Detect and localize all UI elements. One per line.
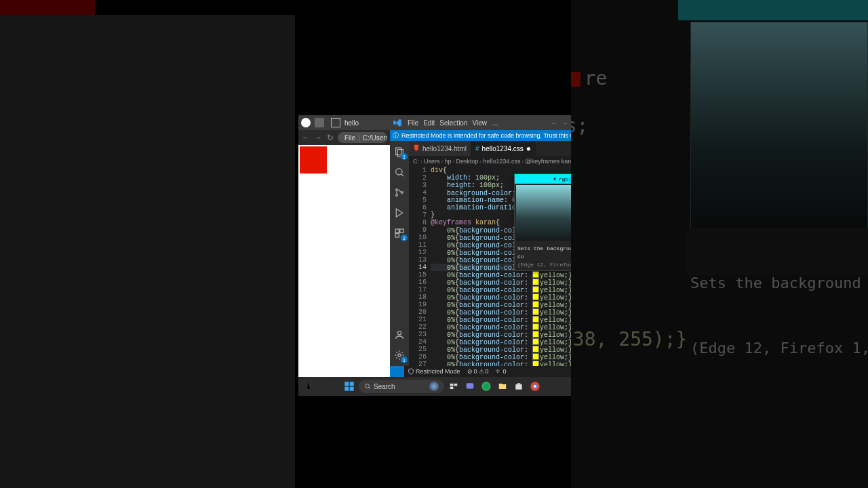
hover-tooltip: Sets the background co (Edge 12, Firefox… (515, 243, 571, 270)
menu-view[interactable]: View (473, 119, 488, 127)
url-text: C:/Users (363, 134, 387, 142)
color-picker-header[interactable]: rgb(0, 23 (515, 174, 571, 184)
edge-icon[interactable] (479, 380, 493, 393)
code-line[interactable]: 0%{background-color: yellow;} (431, 293, 571, 301)
svg-point-15 (366, 384, 370, 388)
chrome-icon[interactable] (528, 380, 542, 393)
windows-taskbar: 🌡 Search (298, 377, 571, 396)
title-nav: ← → (551, 119, 568, 127)
line-gutter: 1234567891011121314151617181920212223242… (409, 167, 431, 366)
profile-icon[interactable] (301, 118, 311, 127)
extensions-icon[interactable]: 2 (394, 228, 405, 239)
menu-bar: FileEditSelectionView… (408, 119, 498, 127)
breadcrumb-item[interactable]: hp (445, 158, 452, 165)
explorer-taskbar-icon[interactable] (496, 380, 509, 393)
explorer-badge: 1 (401, 153, 408, 160)
cortana-icon[interactable] (429, 382, 439, 391)
code-line[interactable]: 0%{background-color: yellow;} (431, 316, 571, 323)
explorer-icon[interactable]: 1 (394, 146, 405, 157)
bg-hint-bar: Sets the background co (Edge 12, Firefox… (686, 228, 868, 275)
breadcrumbs[interactable]: C: › Users › hp › Desktop › hello1234.cs… (409, 156, 571, 167)
chevron-right-icon: › (453, 158, 455, 165)
forward-button[interactable]: → (313, 133, 323, 142)
menu-selection[interactable]: Selection (439, 119, 467, 127)
remote-indicator[interactable] (390, 366, 404, 377)
ports-status[interactable]: ᯤ0 (492, 368, 510, 375)
code-line[interactable]: 0%{background-color: yellow;} (431, 301, 571, 308)
menu-…[interactable]: … (492, 119, 498, 127)
back-button[interactable]: ← (301, 133, 311, 142)
task-view-icon[interactable] (447, 380, 460, 393)
tab-label: hello1234.html (422, 145, 467, 152)
status-bar: Restricted Mode ⊘0 ⚠0 ᯤ0 (390, 366, 571, 377)
color-picker-gradient[interactable] (516, 185, 571, 241)
breadcrumb-item[interactable]: Desktop (456, 158, 479, 165)
start-button[interactable] (342, 380, 356, 393)
restricted-status[interactable]: Restricted Mode (404, 368, 464, 375)
editor[interactable]: 1234567891011121314151617181920212223242… (409, 167, 571, 366)
code-line[interactable]: 0%{background-color: yellow;} (431, 346, 571, 353)
search-icon (364, 383, 371, 390)
edge-viewport[interactable] (298, 145, 390, 377)
title-fwd[interactable]: → (561, 119, 568, 127)
desktop: hello ← → ↻ File | C:/Users FileEditSele… (298, 115, 571, 396)
breadcrumb-item[interactable]: @keyframes kara (526, 158, 571, 165)
code-line[interactable]: 0%{background-color: yellow;} (431, 308, 571, 316)
bg-hint-line1: Sets the background co (690, 272, 864, 294)
breadcrumb-item[interactable]: Users (424, 158, 440, 165)
code-line[interactable]: 0%{background-color: yellow;} (431, 331, 571, 338)
bg-picker-gradient (690, 22, 868, 229)
svg-point-4 (396, 195, 398, 197)
chat-icon[interactable] (463, 380, 477, 393)
color-picker[interactable]: rgb(0, 23 Sets the background co (Edge 1… (514, 174, 571, 271)
code-line[interactable]: 0%{background-color: yellow;} (431, 323, 571, 331)
menu-file[interactable]: File (408, 119, 418, 127)
vscode-titlebar[interactable]: FileEditSelectionView… ← → (390, 115, 571, 130)
code-line[interactable]: 0%{background-color: yellow;} (431, 286, 571, 293)
breadcrumb-item[interactable]: C: (413, 158, 419, 165)
code-line[interactable]: 0%{background-color: yellow;} (431, 353, 571, 361)
html-file-icon (413, 144, 420, 152)
chevron-right-icon: › (480, 158, 482, 165)
svg-rect-12 (350, 382, 354, 386)
url-bar[interactable]: File | C:/Users (338, 132, 387, 143)
manage-icon[interactable]: 1 (394, 350, 405, 361)
code-line[interactable]: 0%{background-color: yellow;} (431, 361, 571, 366)
breadcrumb-item[interactable]: hello1234.css (484, 158, 521, 165)
code-line[interactable]: 0%{background-color: yellow;} (431, 338, 571, 346)
code-line[interactable]: 0%{background-color: yellow;} (431, 279, 571, 286)
taskbar-search[interactable]: Search (359, 380, 444, 393)
vscode-logo-icon (393, 118, 402, 127)
chevron-right-icon: › (441, 158, 443, 165)
editor-tab[interactable]: #hello1234.css● (471, 141, 536, 156)
restricted-banner[interactable]: ⓘ Restricted Mode is intended for safe c… (390, 130, 571, 141)
edge-toolbar: ← → ↻ File | C:/Users (298, 130, 390, 145)
widgets-icon[interactable]: 🌡 (302, 380, 315, 392)
debug-icon[interactable] (394, 207, 405, 218)
problems-status[interactable]: ⊘0 ⚠0 (464, 368, 492, 375)
svg-rect-13 (344, 387, 349, 391)
error-icon: ⊘ (467, 368, 473, 375)
page-icon (331, 118, 340, 127)
color-picker-value: rgb(0, 23 (559, 176, 571, 183)
edge-window: hello ← → ↻ File | C:/Users (298, 115, 390, 377)
title-back[interactable]: ← (551, 119, 557, 127)
scm-icon[interactable] (394, 187, 405, 198)
search-placeholder: Search (374, 383, 395, 390)
edge-titlebar[interactable]: hello (298, 115, 390, 130)
search-icon[interactable] (394, 167, 405, 178)
svg-rect-8 (395, 234, 399, 237)
store-icon[interactable] (512, 380, 526, 393)
svg-point-9 (397, 331, 401, 335)
code-line[interactable]: 0%{background-color: yellow;} (431, 271, 571, 279)
editor-tab[interactable]: hello1234.html (409, 141, 471, 156)
account-icon[interactable] (394, 329, 405, 340)
tab-title[interactable]: hello (344, 119, 359, 127)
reload-button[interactable]: ↻ (326, 133, 335, 142)
banner-text: Restricted Mode is intended for safe cod… (401, 132, 571, 139)
svg-point-21 (484, 384, 489, 389)
activity-bar: 1 2 1 (390, 141, 409, 366)
menu-edit[interactable]: Edit (423, 119, 435, 127)
rendered-div (300, 146, 327, 174)
tabs-icon[interactable] (315, 118, 324, 127)
